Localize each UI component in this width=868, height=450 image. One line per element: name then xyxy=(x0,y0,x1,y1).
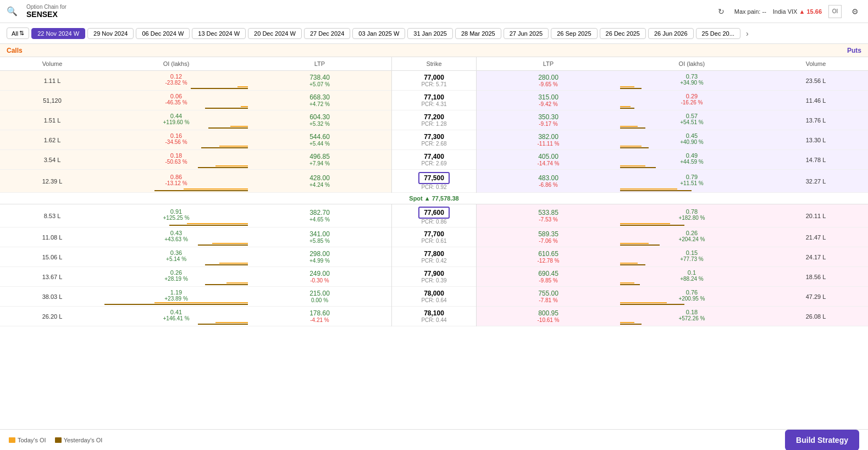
oi-chart-icon[interactable]: OI xyxy=(828,5,842,18)
table-row[interactable]: 1.11 L 0.12 -23.82 % 738.40 +5.07 % 77,0… xyxy=(0,71,868,91)
tab-25dec-more[interactable]: 25 Dec 20... xyxy=(696,28,740,39)
put-ltp-value: 315.00 xyxy=(481,93,616,101)
tab-28mar2025[interactable]: 28 Mar 2025 xyxy=(455,28,501,39)
call-oi-change: +5.14 % xyxy=(109,256,244,262)
put-ltp-change: -7.53 % xyxy=(481,216,616,223)
call-ltp-change: +4.65 % xyxy=(252,216,387,223)
put-oi-change: +200.95 % xyxy=(624,296,759,302)
strike-value: 77,800 xyxy=(424,250,444,258)
put-ltp-cell: 280.00 -9.65 % xyxy=(477,71,620,91)
tab-31jan2025[interactable]: 31 Jan 2025 xyxy=(407,28,453,39)
put-volume-cell: 11.46 L xyxy=(764,91,868,110)
table-row[interactable]: 8.53 L 0.91 +125.25 % 382.70 +4.65 % 77,… xyxy=(0,204,868,227)
put-oi-value: 0.15 xyxy=(624,249,759,256)
put-volume-cell: 26.08 L xyxy=(764,307,868,326)
tab-all[interactable]: All ⇅ xyxy=(7,27,29,39)
put-volume: 13.76 L xyxy=(806,117,826,124)
put-volume-cell: 13.76 L xyxy=(764,110,868,130)
build-strategy-button[interactable]: Build Strategy xyxy=(785,430,859,451)
col-call-ltp: LTP xyxy=(248,57,391,71)
call-ltp-cell: 604.30 +5.32 % xyxy=(248,110,391,130)
put-ltp-value: 690.45 xyxy=(481,270,616,277)
call-ltp-change: +5.07 % xyxy=(252,81,387,87)
call-ltp-cell: 341.00 +5.85 % xyxy=(248,227,391,247)
tab-13dec2024[interactable]: 13 Dec 2024 W xyxy=(192,28,246,39)
tab-06dec2024[interactable]: 06 Dec 2024 W xyxy=(136,28,190,39)
call-oi-value: 0.86 xyxy=(109,174,244,180)
strike-cell: 78,100 PCR: 0.44 xyxy=(391,307,476,326)
put-ltp-cell: 315.00 -9.42 % xyxy=(477,91,620,110)
strike-value: 77,100 xyxy=(424,93,444,101)
put-volume: 32.27 L xyxy=(806,178,826,185)
tab-03jan2025[interactable]: 03 Jan 2025 W xyxy=(352,28,405,39)
put-ltp-cell: 800.95 -10.61 % xyxy=(477,307,620,326)
table-row[interactable]: 11.08 L 0.43 +43.63 % 341.00 +5.85 % 77,… xyxy=(0,227,868,247)
symbol-info: Option Chain for SENSEX xyxy=(26,4,67,19)
legend-today-label: Today's OI xyxy=(18,437,46,443)
put-oi-cell: 0.45 +40.90 % xyxy=(620,130,764,150)
legend: Today's OI Yesterday's OI xyxy=(9,437,102,443)
tab-22nov2024[interactable]: 22 Nov 2024 W xyxy=(31,28,85,39)
put-oi-value: 0.29 xyxy=(624,93,759,99)
settings-icon[interactable]: ⚙ xyxy=(848,5,861,18)
strike-value: 77,200 xyxy=(424,113,444,121)
put-ltp-cell: 382.00 -11.11 % xyxy=(477,130,620,150)
tab-29nov2024[interactable]: 29 Nov 2024 xyxy=(87,28,134,39)
put-ltp-change: -6.86 % xyxy=(481,182,616,188)
call-ltp-value: 428.00 xyxy=(252,174,387,182)
call-volume-cell: 1.51 L xyxy=(0,110,104,130)
table-row[interactable]: 1.62 L 0.16 -34.56 % 544.60 +5.44 % 77,3… xyxy=(0,130,868,150)
call-oi-value: 0.91 xyxy=(109,208,244,215)
table-row[interactable]: 13.67 L 0.26 +28.19 % 249.00 -0.30 % 77,… xyxy=(0,267,868,287)
put-volume: 18.56 L xyxy=(806,274,826,280)
table-row[interactable]: 26.20 L 0.41 +146.41 % 178.60 -4.21 % 78… xyxy=(0,307,868,326)
table-row[interactable]: 51,120 0.06 -46.35 % 668.30 +4.72 % 77,1… xyxy=(0,91,868,110)
call-oi-value: 0.16 xyxy=(109,132,244,139)
put-volume-cell: 20.11 L xyxy=(764,204,868,227)
tab-26jun2026[interactable]: 26 Jun 2026 xyxy=(648,28,694,39)
call-ltp-cell: 496.85 +7.94 % xyxy=(248,150,391,170)
strike-value: 77,900 xyxy=(424,270,444,277)
put-oi-value: 0.57 xyxy=(624,113,759,119)
call-oi-cell: 0.26 +28.19 % xyxy=(104,267,248,287)
strike-cell: 78,000 PCR: 0.64 xyxy=(391,287,476,307)
call-ltp-change: +7.94 % xyxy=(252,160,387,166)
tab-27jun2025[interactable]: 27 Jun 2025 xyxy=(504,28,549,39)
call-ltp-value: 382.70 xyxy=(252,209,387,216)
call-volume: 1.11 L xyxy=(44,77,61,84)
tab-26sep2025[interactable]: 26 Sep 2025 xyxy=(551,28,597,39)
call-oi-cell: 0.36 +5.14 % xyxy=(104,247,248,267)
date-tabs-bar: All ⇅ 22 Nov 2024 W 29 Nov 2024 06 Dec 2… xyxy=(0,23,868,44)
put-oi-change: -16.26 % xyxy=(624,99,759,105)
pcr-value: PCR: 2.69 xyxy=(396,160,472,166)
call-ltp-cell: 668.30 +4.72 % xyxy=(248,91,391,110)
put-oi-value: 0.78 xyxy=(624,208,759,215)
search-icon[interactable]: 🔍 xyxy=(7,6,18,16)
call-volume: 8.53 L xyxy=(44,213,61,219)
refresh-icon[interactable]: ↻ xyxy=(715,5,728,18)
tabs-arrow-right[interactable]: › xyxy=(743,28,752,39)
table-row[interactable]: 15.06 L 0.36 +5.14 % 298.00 +4.99 % 77,8… xyxy=(0,247,868,267)
put-oi-cell: 0.79 +11.51 % xyxy=(620,170,764,193)
header: 🔍 Option Chain for SENSEX ↻ Max pain: --… xyxy=(0,0,868,23)
table-row[interactable]: 1.51 L 0.44 +119.60 % 604.30 +5.32 % 77,… xyxy=(0,110,868,130)
put-volume-cell: 47.29 L xyxy=(764,287,868,307)
strike-value: 77,600 xyxy=(418,207,450,219)
table-row[interactable]: 38.03 L 1.19 +23.89 % 215.00 0.00 % 78,0… xyxy=(0,287,868,307)
spot-indicator: Spot ▲ 77,578.38 xyxy=(409,195,458,202)
call-volume: 1.62 L xyxy=(44,137,61,143)
col-put-oi: OI (lakhs) xyxy=(620,57,764,71)
call-volume-cell: 51,120 xyxy=(0,91,104,110)
table-row[interactable]: 3.54 L 0.18 -50.63 % 496.85 +7.94 % 77,4… xyxy=(0,150,868,170)
put-oi-change: +11.51 % xyxy=(624,180,759,186)
call-oi-cell: 0.12 -23.82 % xyxy=(104,71,248,91)
tab-26dec2025[interactable]: 26 Dec 2025 xyxy=(600,28,646,39)
put-ltp-change: -9.17 % xyxy=(481,121,616,127)
tab-27dec2024[interactable]: 27 Dec 2024 xyxy=(304,28,350,39)
put-oi-cell: 0.49 +44.59 % xyxy=(620,150,764,170)
table-row[interactable]: 12.39 L 0.86 -13.12 % 428.00 +4.24 % 77,… xyxy=(0,170,868,193)
put-oi-change: +88.24 % xyxy=(624,276,759,282)
tab-20dec2024[interactable]: 20 Dec 2024 W xyxy=(248,28,302,39)
call-oi-value: 0.36 xyxy=(109,249,244,256)
call-ltp-cell: 298.00 +4.99 % xyxy=(248,247,391,267)
